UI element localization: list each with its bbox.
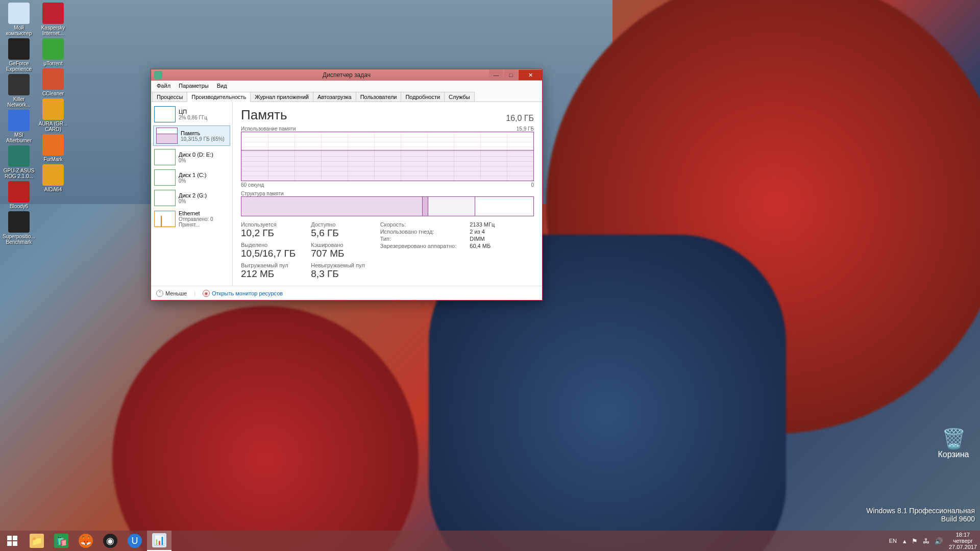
start-button[interactable]: [0, 531, 24, 551]
system-tray: ▴ ⚑ 🖧 🔊: [903, 537, 943, 545]
stat-value: 5,6 ГБ: [311, 228, 364, 239]
desktop-icon[interactable]: AURA (GR... CARD): [37, 98, 69, 132]
stat-label: Выделено: [241, 242, 296, 248]
tab[interactable]: Автозагрузка: [313, 92, 356, 102]
desktop-icon[interactable]: Superpositio... Benchmark: [3, 211, 35, 245]
close-button[interactable]: ✕: [519, 70, 542, 80]
recycle-bin-label: Корзина: [938, 450, 969, 459]
spec-value: DIMM: [470, 236, 495, 242]
sidebar-item-d1[interactable]: Диск 1 (C:) 0%: [151, 167, 232, 188]
chart-x-right: 0: [531, 182, 534, 188]
spec-key: Скорость:: [380, 221, 457, 228]
app-icon: [42, 98, 64, 120]
sidebar-item-d2[interactable]: Диск 2 (G:) 0%: [151, 188, 232, 208]
desktop-icon[interactable]: µTorrent: [37, 38, 69, 66]
menu-item[interactable]: Параметры: [175, 82, 212, 90]
tab-strip: ПроцессыПроизводительностьЖурнал приложе…: [151, 91, 542, 102]
menu-item[interactable]: Файл: [153, 82, 174, 90]
desktop-icon[interactable]: GPU-Z ASUS ROG 2.1.0...: [3, 145, 35, 179]
mini-chart: [154, 149, 176, 165]
app-icon: [42, 68, 64, 90]
open-resource-monitor-link[interactable]: ◉ Открыть монитор ресурсов: [203, 290, 283, 297]
stat-label: Доступно: [311, 221, 364, 228]
sidebar-item-title: Ethernet: [179, 210, 229, 216]
spec-value: 60,4 МБ: [470, 243, 495, 249]
tab[interactable]: Журнал приложений: [250, 92, 313, 102]
desktop-icon[interactable]: GeForce Experience: [3, 38, 35, 72]
app-icon: [8, 145, 30, 167]
chart-ymax: 15,9 ГБ: [517, 126, 534, 132]
taskbar-app-firefox[interactable]: 🦊: [74, 531, 98, 551]
desktop-icon[interactable]: CCleaner: [37, 68, 69, 96]
spec-key: Использовано гнезд:: [380, 229, 457, 235]
memory-specs: Скорость:2133 МГцИспользовано гнезд:2 из…: [380, 221, 495, 249]
sidebar-item-d0[interactable]: Диск 0 (D: E:) 0%: [151, 147, 232, 167]
app-icon: [42, 38, 64, 60]
desktop-icon-label: FurMark: [43, 157, 62, 162]
menu-item[interactable]: Вид: [213, 82, 231, 90]
taskbar-app-uplay[interactable]: U: [122, 531, 147, 551]
desktop-icon-label: AURA (GR... CARD): [37, 121, 69, 132]
memory-usage-chart: [241, 132, 534, 181]
desktop-icon-label: GPU-Z ASUS ROG 2.1.0...: [3, 168, 35, 179]
taskbar-clock[interactable]: 18:17 четверг 27.07.2017: [949, 532, 977, 550]
mini-chart: [156, 128, 178, 144]
tray-chevron-icon[interactable]: ▴: [903, 537, 906, 545]
desktop-icon-label: Killer Network...: [3, 96, 35, 108]
tab[interactable]: Пользователи: [356, 92, 402, 102]
sidebar-item-subtitle: 0%: [179, 178, 206, 184]
titlebar[interactable]: Диспетчер задач — □ ✕: [151, 69, 542, 81]
spec-value: 2133 МГц: [470, 221, 495, 228]
app-icon: [8, 3, 30, 24]
sidebar-item-title: Диск 1 (C:): [179, 172, 206, 178]
stat-label: Выгружаемый пул: [241, 262, 296, 268]
tab[interactable]: Производительность: [187, 92, 251, 102]
app-icon: [8, 74, 30, 95]
sidebar-item-subtitle: 10,3/15,9 ГБ (65%): [181, 136, 225, 142]
stat-value: 10,2 ГБ: [241, 228, 296, 239]
mini-chart: [154, 106, 176, 122]
maximize-button[interactable]: □: [504, 70, 518, 80]
chevron-up-icon: ˄: [156, 290, 163, 297]
recycle-bin[interactable]: 🗑️ Корзина: [937, 428, 970, 459]
app-icon: [42, 134, 64, 156]
windows-watermark: Windows 8.1 Профессиональная Build 9600: [866, 507, 975, 523]
desktop-icon[interactable]: Killer Network...: [3, 74, 35, 108]
language-indicator[interactable]: EN: [889, 538, 897, 544]
taskbar-app-explorer[interactable]: 📁: [24, 531, 49, 551]
struct-title: Структура памяти: [241, 191, 284, 196]
desktop-icon[interactable]: MSI Afterburner: [3, 110, 35, 143]
svg-rect-0: [7, 536, 12, 540]
total-memory: 16,0 ГБ: [506, 114, 534, 123]
sidebar-item-subtitle: 2% 0,86 ГГц: [179, 115, 207, 120]
sidebar-item-subtitle: 0%: [179, 198, 207, 204]
sidebar-item-subtitle: 0%: [179, 158, 213, 163]
tab[interactable]: Процессы: [152, 92, 187, 102]
app-icon: [8, 181, 30, 203]
task-manager-window: Диспетчер задач — □ ✕ ФайлПараметрыВид П…: [151, 69, 543, 300]
desktop-icon[interactable]: FurMark: [37, 134, 69, 162]
desktop-icon[interactable]: Мой компьютер: [3, 3, 35, 36]
taskbar-app-task-manager[interactable]: 📊: [147, 531, 172, 551]
desktop-icon[interactable]: Kaspersky Internet...: [37, 3, 69, 36]
tab[interactable]: Подробности: [401, 92, 445, 102]
tray-flag-icon[interactable]: ⚑: [912, 537, 918, 545]
desktop-icon[interactable]: AIDA64: [37, 164, 69, 192]
sidebar-item-cpu[interactable]: ЦП 2% 0,86 ГГц: [151, 104, 232, 124]
fewer-details-button[interactable]: ˄ Меньше: [156, 290, 187, 297]
tab[interactable]: Службы: [444, 92, 475, 102]
stat-label: Невыгружаемый пул: [311, 262, 364, 268]
app-icon: [42, 164, 64, 186]
tray-volume-icon[interactable]: 🔊: [935, 537, 943, 545]
stat-label: Используется: [241, 221, 296, 228]
minimize-button[interactable]: —: [489, 70, 503, 80]
spec-key: Зарезервировано аппаратно:: [380, 243, 457, 249]
memory-panel: Память 16,0 ГБ Использование памяти 15,9…: [233, 102, 542, 286]
taskbar-app-steam[interactable]: ◉: [98, 531, 122, 551]
sidebar-item-eth[interactable]: Ethernet Отправлено: 0 Принят...: [151, 208, 232, 230]
tray-network-icon[interactable]: 🖧: [923, 537, 929, 545]
desktop-icon[interactable]: Bloody6: [3, 181, 35, 209]
sidebar-item-mem[interactable]: Память 10,3/15,9 ГБ (65%): [153, 126, 230, 146]
taskbar-app-store[interactable]: 🛍️: [49, 531, 74, 551]
monitor-icon: ◉: [203, 290, 210, 297]
